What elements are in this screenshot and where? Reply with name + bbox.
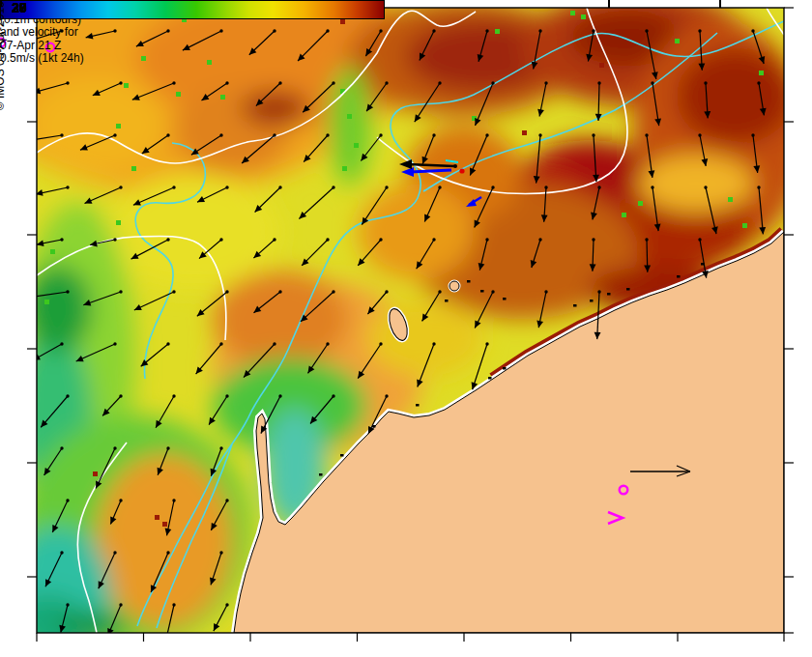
sst-map-page: -18 -19 -20 -21 -22 -23 112 113 114 115 … <box>0 0 812 657</box>
ocean-current-map[interactable] <box>0 0 812 657</box>
imos-credit: © IMOS 05-Apr-2015 20:05:46 Hobart time <box>0 0 7 110</box>
drifter-marker-icon <box>605 509 626 527</box>
velocity-scale-arrow-icon <box>628 464 698 477</box>
colorbar <box>0 0 385 19</box>
argo-marker-icon <box>617 483 630 497</box>
